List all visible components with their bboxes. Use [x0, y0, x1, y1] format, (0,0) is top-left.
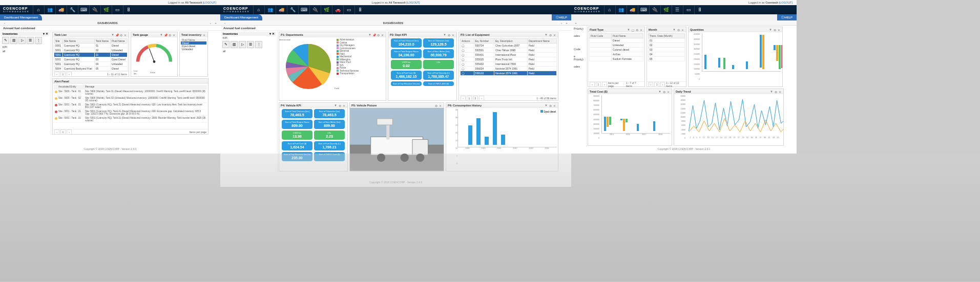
filter-icon[interactable]: ▼: [159, 33, 163, 36]
table-row[interactable]: 02: [649, 43, 685, 48]
sidebar-btn-more[interactable]: ⋮: [255, 41, 262, 48]
settings-icon[interactable]: ⚙: [168, 33, 172, 37]
table-row[interactable]: 5004Coencorp Backyard Fuel05Diesel: [54, 67, 128, 71]
sidebar-btn-chart[interactable]: ▥: [231, 41, 238, 48]
table-row[interactable]: 5001Coencorp HQ02Unleaded: [54, 48, 128, 53]
sidebar-btn-edit[interactable]: ✎: [2, 37, 9, 44]
logout-link[interactable]: [LOGOUT]: [406, 1, 420, 4]
settings-icon[interactable]: ⚙: [119, 33, 123, 37]
close-icon[interactable]: ✕: [123, 33, 127, 37]
users-icon[interactable]: 👥: [615, 5, 627, 14]
table-row[interactable]: 04: [649, 52, 685, 57]
keyboard-icon[interactable]: ⌨: [298, 5, 309, 14]
home-icon[interactable]: ⌂: [253, 5, 264, 14]
wrench-icon[interactable]: 🔧: [67, 5, 78, 14]
truck-icon[interactable]: 🚚: [55, 5, 67, 14]
pin-icon[interactable]: 📌: [115, 33, 119, 37]
sidebar-btn-edit[interactable]: ✎: [222, 41, 230, 48]
table-row[interactable]: Diesel: [590, 38, 643, 43]
pin-icon[interactable]: 📌: [163, 33, 168, 37]
table-row[interactable]: ◯550501Chev Tahoe 1998Field: [461, 48, 557, 53]
alert-row[interactable]: Site : 5900 - Tank : 01Site: 5900 (Mobil…: [54, 90, 207, 96]
sidebar-btn-play[interactable]: ▷: [239, 41, 246, 48]
table-row[interactable]: 03: [649, 48, 685, 52]
dashboard-title: Annual fuel combined: [0, 26, 220, 31]
table-row[interactable]: Sodium Formate: [590, 57, 643, 61]
tree-icon[interactable]: 🌿: [321, 5, 332, 14]
alert-row[interactable]: Site : 5001 - Tank : 21Site: 5001 (Coenc…: [54, 110, 207, 116]
table-row[interactable]: ◯556024Navistar 2574 1991Field: [461, 67, 557, 71]
tank-table[interactable]: SiteSite NameTank NameFluid Name 5001Coe…: [54, 38, 128, 71]
truck-icon[interactable]: 🚚: [627, 5, 638, 14]
table-row[interactable]: 05: [649, 57, 685, 61]
plug-icon[interactable]: 🔌: [649, 5, 660, 14]
table-row[interactable]: Unleaded: [590, 43, 643, 48]
alert-row[interactable]: Site : 5900 - Tank : 02Site: 5900 (Mobil…: [54, 96, 207, 103]
sidebar-item-kpi[interactable]: KPI: [1, 45, 50, 49]
close-icon[interactable]: ✕: [172, 33, 176, 37]
table-row[interactable]: ◯555525Plow Truck Intl.Field: [461, 57, 557, 62]
svg-point-1: [153, 60, 156, 63]
users-icon[interactable]: 👥: [264, 5, 276, 14]
keyboard-icon[interactable]: ⌨: [638, 5, 649, 14]
table-row[interactable]: 5001Coencorp HQ01Diesel: [54, 44, 128, 48]
keyboard-icon[interactable]: ⌨: [78, 5, 89, 14]
help-button[interactable]: ⓘ HELP: [777, 14, 797, 20]
filter-icon[interactable]: ▼: [111, 33, 115, 36]
card-icon[interactable]: ▭: [683, 5, 694, 14]
sliders-icon[interactable]: 🎚: [694, 5, 705, 14]
sidebar-btn-more[interactable]: ⋮: [35, 37, 42, 44]
sidebar-btn-list[interactable]: ☰: [247, 41, 254, 48]
svg-rect-10: [386, 124, 389, 140]
table-row[interactable]: ◯550734Chev Suburban 2007Field: [461, 44, 557, 48]
sidebar-item-all[interactable]: all: [1, 49, 50, 53]
plug-icon[interactable]: 🔌: [309, 5, 321, 14]
dash-next[interactable]: ›: [208, 21, 213, 25]
dash-prev[interactable]: ‹: [2, 21, 7, 25]
table-row[interactable]: AvGas: [590, 52, 643, 57]
brand-logo[interactable]: COENCORPSITEMANAGER: [220, 6, 253, 14]
table-row[interactable]: 5001Coencorp HQ03Dyed Diesel: [54, 57, 128, 62]
pager[interactable]: ‹1›1 - 11 of 11 items: [53, 71, 129, 76]
close-icon[interactable]: ✕: [202, 33, 206, 37]
table-row[interactable]: ◯555401International PlowField: [461, 53, 557, 57]
home-icon[interactable]: ⌂: [33, 5, 44, 14]
list-icon[interactable]: ☰: [672, 5, 683, 14]
logout-link[interactable]: [LOGOUT]: [203, 1, 216, 4]
home-icon[interactable]: ⌂: [604, 5, 615, 14]
sidebar-btn-list[interactable]: ☰: [27, 37, 34, 44]
wrench-icon[interactable]: 🔧: [287, 5, 298, 14]
sidebar-btn-play[interactable]: ▷: [18, 37, 26, 44]
brand-logo[interactable]: COENCORPSITEMANAGER: [0, 6, 33, 14]
sidebar-inventories[interactable]: Inventories: [3, 32, 17, 35]
users-icon[interactable]: 👥: [44, 5, 55, 14]
sliders-icon[interactable]: 🎚: [355, 5, 366, 14]
brand-logo[interactable]: COENCORPSITEMANAGER: [571, 6, 604, 14]
logout-link[interactable]: [LOGOUT]: [779, 1, 793, 4]
table-row[interactable]: ◯555402International 7500Field: [461, 62, 557, 67]
tree-icon[interactable]: 🌿: [100, 5, 112, 14]
tab-dashboard-mgmt[interactable]: Dashboard Management: [0, 14, 42, 20]
plug-icon[interactable]: 🔌: [89, 5, 100, 14]
equip-table[interactable]: ActionsEq. NumberEq. DescriptionDepartme…: [460, 38, 557, 76]
panel-title: Alert Panel: [54, 80, 206, 83]
table-row[interactable]: 5001Coencorp HQ21Diesel: [54, 53, 128, 57]
card-icon[interactable]: ▭: [112, 5, 123, 14]
tab-dashboard-mgmt[interactable]: Dashboard Management: [220, 14, 262, 20]
sidebar-btn-chart[interactable]: ▥: [10, 37, 17, 44]
card-icon[interactable]: ▭: [343, 5, 355, 14]
table-row[interactable]: Colored diesel: [590, 48, 643, 52]
dash-add[interactable]: +: [213, 21, 218, 25]
sliders-icon[interactable]: 🎚: [123, 5, 134, 14]
tree-icon[interactable]: 🌿: [660, 5, 672, 14]
table-row[interactable]: ◯558103Navistar 2574 1991Field: [461, 71, 557, 76]
table-row[interactable]: 01: [649, 38, 685, 43]
list-item[interactable]: Unleaded: [181, 48, 206, 51]
alert-row[interactable]: Site : 5001 - Tank : 21Site: 5001 (Coenc…: [54, 116, 207, 123]
alert-row[interactable]: Site : 5001 - Tank : 21Site: 5001 (Coenc…: [54, 103, 207, 110]
table-row[interactable]: 5001Coencorp HQ04Unleaded: [54, 62, 128, 67]
kpi-tile: Sum of Odometer (km)78,463.5: [314, 109, 345, 118]
vehicle-icon[interactable]: 🚗: [332, 5, 343, 14]
help-button[interactable]: ⓘ HELP: [552, 14, 571, 20]
truck-icon[interactable]: 🚚: [276, 5, 287, 14]
